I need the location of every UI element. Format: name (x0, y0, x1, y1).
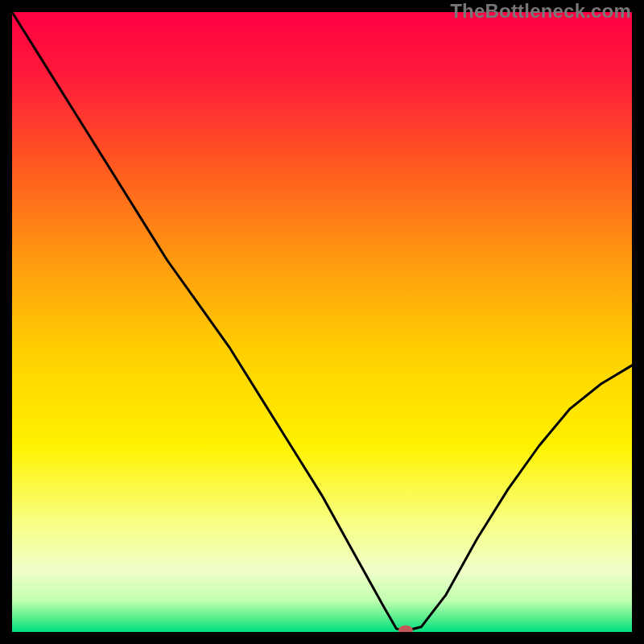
watermark-text: TheBottleneck.com (450, 0, 631, 23)
bottleneck-curve-chart (12, 12, 632, 632)
chart-container: { "watermark": "TheBottleneck.com", "cha… (0, 0, 644, 644)
gradient-background (12, 12, 632, 632)
plot-area (12, 12, 632, 632)
